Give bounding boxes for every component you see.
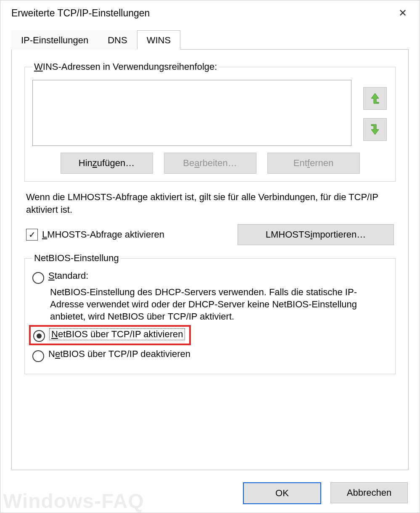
cancel-button[interactable]: Abbrechen <box>330 482 408 503</box>
tab-dns[interactable]: DNS <box>98 30 137 50</box>
lmhosts-row: ✓ LMHOSTS-Abfrage aktivieren LMHOSTS imp… <box>26 224 394 245</box>
tab-page-wins: WINS-Adressen in Verwendungsreihenfolge: <box>11 50 409 470</box>
radio-disable-netbios[interactable]: NetBIOS über TCP/IP deaktivieren <box>32 348 388 363</box>
tab-strip: IP-Einstellungen DNS WINS <box>11 30 409 50</box>
wins-order-buttons <box>363 80 388 146</box>
arrow-up-icon <box>370 93 380 104</box>
radio-icon <box>32 272 44 284</box>
highlight-annotation: NetBIOS über TCP/IP aktivieren <box>29 325 191 345</box>
close-icon[interactable]: ✕ <box>394 5 411 21</box>
radio-enable-label: NetBIOS über TCP/IP aktivieren <box>49 328 185 340</box>
client-area: IP-Einstellungen DNS WINS WINS-Adressen … <box>0 30 420 513</box>
tab-wins[interactable]: WINS <box>137 30 180 50</box>
dialog-window: Erweiterte TCP/IP-Einstellungen ✕ IP-Ein… <box>0 0 420 513</box>
arrow-down-icon <box>370 124 380 135</box>
wins-buttons-row: Hinzufügen… Bearbeiten… Entfernen <box>32 153 388 174</box>
netbios-legend: NetBIOS-Einstellung <box>32 253 121 264</box>
radio-standard[interactable]: Standard: <box>32 270 388 285</box>
move-down-button[interactable] <box>363 118 387 141</box>
add-button[interactable]: Hinzufügen… <box>61 153 153 174</box>
radio-icon <box>32 350 44 362</box>
wins-addresses-group: WINS-Adressen in Verwendungsreihenfolge: <box>24 61 396 182</box>
titlebar: Erweiterte TCP/IP-Einstellungen ✕ <box>0 0 420 26</box>
radio-disable-label: NetBIOS über TCP/IP deaktivieren <box>48 349 190 360</box>
window-title: Erweiterte TCP/IP-Einstellungen <box>11 8 150 19</box>
edit-button[interactable]: Bearbeiten… <box>164 153 256 174</box>
ok-button[interactable]: OK <box>243 482 321 504</box>
radio-dot-icon <box>37 333 42 338</box>
legend-accel: W <box>34 61 43 72</box>
tab-ip-settings[interactable]: IP-Einstellungen <box>11 30 98 50</box>
remove-button[interactable]: Entfernen <box>267 153 360 174</box>
lmhosts-checkbox-label: LMHOSTS-Abfrage aktivieren <box>42 229 164 240</box>
checkmark-icon: ✓ <box>26 229 38 241</box>
dialog-buttons: OK Abbrechen <box>243 482 408 504</box>
lmhosts-checkbox[interactable]: ✓ LMHOSTS-Abfrage aktivieren <box>26 229 164 241</box>
wins-addresses-legend: WINS-Adressen in Verwendungsreihenfolge: <box>32 61 219 72</box>
move-up-button[interactable] <box>363 87 387 110</box>
lmhosts-import-button[interactable]: LMHOSTS importieren… <box>238 224 394 245</box>
radio-standard-description: NetBIOS-Einstellung des DHCP-Servers ver… <box>50 286 384 323</box>
radio-standard-label: Standard: <box>48 270 88 281</box>
wins-address-listbox[interactable] <box>32 80 351 146</box>
radio-icon <box>33 330 45 342</box>
lmhosts-description: Wenn die LMHOSTS-Abfrage aktiviert ist, … <box>26 191 394 216</box>
radio-enable-netbios[interactable]: NetBIOS über TCP/IP aktivieren <box>33 328 185 342</box>
netbios-group: NetBIOS-Einstellung Standard: NetBIOS-Ei… <box>24 253 396 374</box>
wins-row <box>32 80 388 146</box>
legend-rest: INS-Adressen in Verwendungsreihenfolge: <box>43 61 217 72</box>
